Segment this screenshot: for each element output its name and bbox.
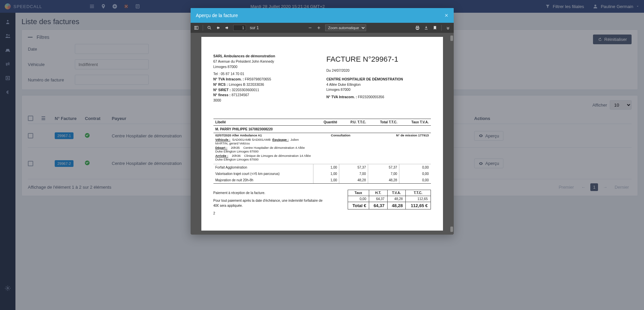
trip-line: 02/07/2020 Aller Ambulance A1 bbox=[215, 133, 262, 137]
invoice-title: FACTURE N°29967-1 bbox=[326, 54, 431, 65]
modal-header: Aperçu de la facture × bbox=[191, 8, 454, 23]
t-h-ht: H.T. bbox=[369, 190, 387, 196]
line-taux: 0,00 bbox=[399, 164, 431, 171]
line-label: Majoration de nuit 20h-8h bbox=[213, 177, 313, 184]
recipient-city: Limoges 87000 bbox=[326, 87, 431, 92]
svg-point-11 bbox=[208, 26, 210, 28]
bookmark-icon[interactable] bbox=[433, 25, 437, 30]
depart-time: 20h35 bbox=[231, 146, 240, 149]
patient-line: M. PARRY PHILIPPE 1670823008220 bbox=[215, 127, 273, 131]
th-libelle: Libellé bbox=[213, 119, 313, 125]
th-qte: Quantité bbox=[313, 119, 339, 125]
equipage-label: Équipage : bbox=[273, 138, 289, 141]
invoice-totals: TauxH.T.T.V.A.T.T.C. 0,0064,3748,28112,6… bbox=[348, 190, 431, 209]
line-taux: 0,00 bbox=[399, 171, 431, 177]
siret-label: N° SIRET : bbox=[213, 88, 231, 92]
th-tot: Total T.T.C. bbox=[368, 119, 399, 125]
arrivee-label: Arrivée : bbox=[215, 154, 229, 158]
arrivee-loc: Clinique de Limoges de démonstration 14 … bbox=[215, 154, 311, 161]
line-qte: 1,00 bbox=[313, 164, 339, 171]
line-pu: 48,28 bbox=[339, 177, 368, 184]
t-total-ttc: 112,65 € bbox=[406, 202, 431, 209]
tel-label: Tel : bbox=[213, 72, 220, 76]
issuer-city: Limoges 87000 bbox=[213, 64, 318, 70]
scroll-thumb-top[interactable] bbox=[450, 36, 453, 41]
t-ht: 64,37 bbox=[369, 196, 387, 202]
depart-loc: Centre Hospitalier de démonstration 4 Al… bbox=[215, 146, 305, 153]
line-qte: 1,00 bbox=[313, 171, 339, 177]
more-tools-icon[interactable] bbox=[446, 25, 450, 30]
pdf-viewport[interactable]: SARL Ambulances de démonstration 67 Aven… bbox=[191, 33, 454, 235]
svg-rect-9 bbox=[194, 26, 196, 29]
zoom-in-icon[interactable] bbox=[316, 25, 321, 30]
rcs-label: N° RCS : bbox=[213, 82, 228, 86]
tel-value: 05 87 14 70 01 bbox=[221, 72, 244, 76]
download-icon[interactable] bbox=[424, 25, 429, 30]
issuer-address: 67 Avenue du Président John Kennedy bbox=[213, 59, 318, 64]
finess-label: N° finess : bbox=[213, 93, 231, 97]
line-tot: 57,37 bbox=[368, 164, 399, 171]
th-taux: Taux T.V.A. bbox=[399, 119, 431, 125]
issuer-extra: 3000 bbox=[213, 98, 318, 103]
recipient-address: 4 Allée Duke Ellington bbox=[326, 82, 431, 87]
line-tot: 48,28 bbox=[368, 177, 399, 184]
t-h-ttc: T.T.C. bbox=[406, 190, 431, 196]
note1: Paiement à réception de la facture. bbox=[213, 190, 328, 195]
inv-date: 24/07/2020 bbox=[332, 68, 350, 72]
t-ttc: 112,65 bbox=[406, 196, 431, 202]
next-page-icon[interactable] bbox=[225, 25, 229, 30]
zoom-select[interactable]: Zoom automatique bbox=[325, 24, 366, 31]
modal-overlay[interactable]: Aperçu de la facture × sur 1 Zoom automa… bbox=[0, 0, 644, 310]
inv-date-label: Du bbox=[326, 68, 331, 72]
line-label: Valorisation trajet court (<=5 km parcou… bbox=[213, 171, 313, 177]
svg-rect-10 bbox=[196, 26, 198, 29]
t-tva: 48,28 bbox=[387, 196, 405, 202]
line-pu: 57,37 bbox=[339, 164, 368, 171]
line-label: Forfait Agglomération bbox=[213, 164, 313, 171]
modal-title: Aperçu de la facture bbox=[196, 13, 238, 18]
line-taux: 0,00 bbox=[399, 177, 431, 184]
line-qte: 1,00 bbox=[313, 177, 339, 184]
page-total-label: sur 1 bbox=[250, 25, 259, 30]
recipient-name: CENTRE HOSPITALIER DE DÉMONSTRATION bbox=[326, 77, 431, 82]
prev-page-icon[interactable] bbox=[216, 25, 220, 30]
t-total-label: Total € bbox=[348, 202, 369, 209]
rcs-value: Limoges B 322033036 bbox=[229, 82, 264, 86]
scroll-thumb-bottom[interactable] bbox=[450, 227, 453, 232]
trip-type: Consultation bbox=[331, 133, 350, 137]
page-number-input[interactable] bbox=[233, 25, 246, 31]
vehicule-value: SAD001AMB SAD001AMB bbox=[232, 138, 271, 141]
tva-value: FR59798070655 bbox=[245, 77, 271, 81]
invoice-footer-notes: Paiement à réception de la facture. Pour… bbox=[213, 190, 328, 216]
invoice-preview-modal: Aperçu de la facture × sur 1 Zoom automa… bbox=[191, 8, 454, 235]
finess-value: 871234567 bbox=[232, 93, 249, 97]
depart-label: Départ : bbox=[215, 146, 228, 149]
sidebar-toggle-icon[interactable] bbox=[194, 25, 199, 30]
arrivee-time: 20h36 bbox=[232, 154, 241, 158]
note2: Pour tout paiement après la date d'échéa… bbox=[213, 198, 328, 208]
vehicule-label: Véhicule : bbox=[215, 138, 231, 141]
zoom-out-icon[interactable] bbox=[308, 25, 312, 30]
note3: 2 bbox=[213, 211, 328, 216]
tva-label: N° TVA Intracom. : bbox=[213, 77, 244, 81]
pdf-page: SARL Ambulances de démonstration 67 Aven… bbox=[201, 37, 443, 231]
issuer-name: SARL Ambulances de démonstration bbox=[213, 54, 318, 59]
t-total-tva: 48,28 bbox=[387, 202, 405, 209]
siret-value: 32203303600011 bbox=[232, 88, 259, 92]
pdf-toolbar: sur 1 Zoom automatique bbox=[191, 23, 454, 33]
line-pu: 7,00 bbox=[339, 171, 368, 177]
th-pu: P.U. T.T.C. bbox=[339, 119, 368, 125]
t-h-tva: T.V.A. bbox=[387, 190, 405, 196]
recipient-tva-label: N° TVA Intracom. : bbox=[326, 95, 357, 99]
recipient-tva: FR23200055356 bbox=[358, 95, 384, 99]
t-taux: 0,00 bbox=[348, 196, 369, 202]
invoice-items-table: Libellé Quantité P.U. T.T.C. Total T.T.C… bbox=[213, 119, 431, 184]
t-total-ht: 64,37 bbox=[369, 202, 387, 209]
mission-no: N° de mission 177913 bbox=[396, 133, 429, 137]
search-icon[interactable] bbox=[207, 25, 212, 30]
line-tot: 7,00 bbox=[368, 171, 399, 177]
t-h-taux: Taux bbox=[348, 190, 369, 196]
close-icon[interactable]: × bbox=[445, 12, 448, 19]
print-icon[interactable] bbox=[415, 25, 420, 30]
